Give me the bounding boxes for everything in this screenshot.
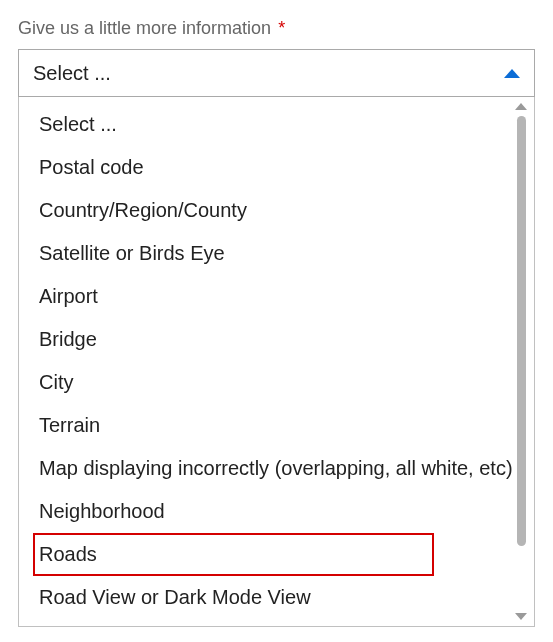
scrollbar[interactable]: [512, 103, 530, 620]
dropdown-option[interactable]: Map displaying incorrectly (overlapping,…: [19, 447, 534, 490]
dropdown-option[interactable]: Select ...: [19, 103, 534, 146]
required-asterisk: *: [278, 18, 285, 38]
dropdown-option[interactable]: Roads: [33, 533, 434, 576]
dropdown-option[interactable]: City: [19, 361, 534, 404]
select-dropdown[interactable]: Select ...: [18, 49, 535, 97]
dropdown-option[interactable]: Bridge: [19, 318, 534, 361]
dropdown-option[interactable]: Terrain: [19, 404, 534, 447]
dropdown-option[interactable]: Postal code: [19, 146, 534, 189]
dropdown-option[interactable]: Airport: [19, 275, 534, 318]
caret-up-icon: [504, 69, 520, 78]
scroll-thumb[interactable]: [517, 116, 526, 546]
dropdown-option[interactable]: Neighborhood: [19, 490, 534, 533]
field-label: Give us a little more information *: [18, 18, 535, 39]
dropdown-option[interactable]: Road View or Dark Mode View: [19, 576, 534, 619]
scroll-up-icon[interactable]: [515, 103, 527, 110]
dropdown-listbox[interactable]: Select ...Postal codeCountry/Region/Coun…: [18, 97, 535, 627]
select-current-value: Select ...: [33, 62, 111, 85]
dropdown-option[interactable]: Satellite or Birds Eye: [19, 232, 534, 275]
scroll-down-icon[interactable]: [515, 613, 527, 620]
dropdown-option[interactable]: Country/Region/County: [19, 189, 534, 232]
field-label-text: Give us a little more information: [18, 18, 271, 38]
